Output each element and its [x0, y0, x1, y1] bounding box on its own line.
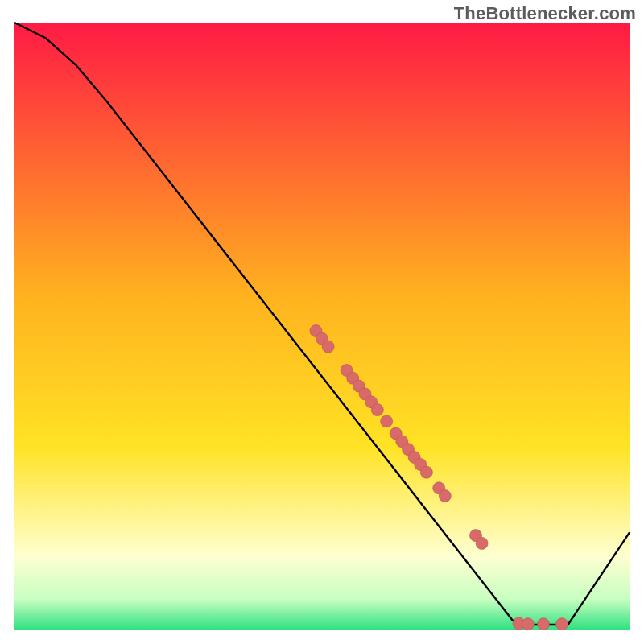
data-point [476, 537, 488, 549]
data-point [522, 618, 534, 630]
data-point [381, 415, 393, 427]
data-point [538, 618, 550, 630]
bottleneck-chart [0, 0, 644, 644]
heatmap-background [14, 23, 630, 630]
data-point [439, 490, 451, 502]
data-point [556, 618, 568, 630]
data-point [420, 466, 432, 478]
data-point [322, 341, 334, 353]
chart-container: TheBottlenecker.com [0, 0, 644, 644]
data-point [371, 404, 383, 416]
